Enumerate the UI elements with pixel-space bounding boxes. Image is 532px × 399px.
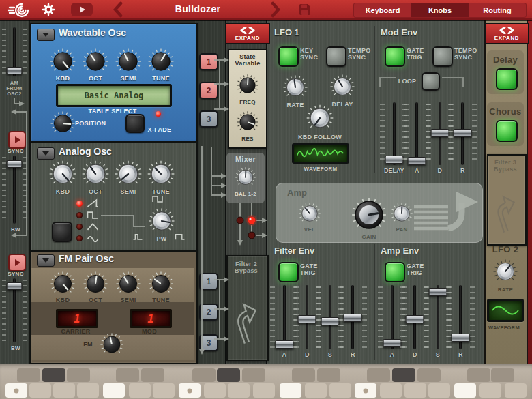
slider-delay[interactable] xyxy=(385,102,403,165)
overview-black-key[interactable] xyxy=(467,368,490,382)
slider-handle[interactable] xyxy=(275,340,293,349)
routing-button-2[interactable]: 2 xyxy=(199,82,218,99)
bal-knob[interactable] xyxy=(235,166,256,188)
player-button[interactable] xyxy=(71,3,93,16)
overview-black-key[interactable] xyxy=(292,368,315,382)
knob-oct[interactable] xyxy=(83,271,108,297)
slider-handle[interactable] xyxy=(383,339,401,347)
analog-collapse-button[interactable] xyxy=(37,147,55,160)
chorus-enable-button[interactable] xyxy=(496,120,518,142)
overview-white-key[interactable] xyxy=(129,383,151,398)
knob-kbd[interactable] xyxy=(49,48,76,75)
routing-button-3[interactable]: 3 xyxy=(199,334,218,351)
overview-white-key[interactable] xyxy=(228,383,250,398)
mod-env-tempo-sync-button[interactable] xyxy=(432,46,453,67)
delay-enable-button[interactable] xyxy=(496,68,518,90)
routing-button-2[interactable]: 2 xyxy=(199,304,218,321)
vel-knob[interactable] xyxy=(298,202,321,225)
res-knob[interactable] xyxy=(236,110,259,134)
knob-tune[interactable] xyxy=(147,160,175,188)
gain-knob[interactable] xyxy=(351,196,387,233)
overview-white-key[interactable] xyxy=(280,383,301,398)
slider-a[interactable] xyxy=(276,285,293,349)
knob-semi[interactable] xyxy=(115,48,142,75)
filter-env-gate-trig-button[interactable] xyxy=(278,262,299,282)
knob-semi[interactable] xyxy=(115,271,141,297)
wave-select-square[interactable] xyxy=(76,210,99,220)
overview-white-key[interactable] xyxy=(153,383,175,398)
filter3-bypass-panel[interactable]: Filter 3 Bypass xyxy=(487,154,527,246)
overview-white-key[interactable] xyxy=(428,383,450,398)
overview-black-key[interactable] xyxy=(392,368,415,382)
knob-oct[interactable] xyxy=(82,48,109,75)
knob-tune[interactable] xyxy=(147,48,175,75)
overview-black-key[interactable] xyxy=(417,368,441,382)
overview-white-key[interactable] xyxy=(454,383,476,398)
keyboard-overview[interactable] xyxy=(0,364,532,399)
overview-black-key[interactable] xyxy=(242,368,265,382)
slider-d[interactable] xyxy=(431,102,449,165)
tab-knobs[interactable]: Knobs xyxy=(411,3,469,17)
overview-white-key[interactable] xyxy=(355,383,376,398)
slider-handle[interactable] xyxy=(7,282,23,290)
fm-collapse-button[interactable] xyxy=(37,254,55,267)
mod-env-gate-trig-button[interactable] xyxy=(385,46,405,67)
slider-handle[interactable] xyxy=(406,315,424,323)
knob-kbd[interactable] xyxy=(50,271,76,297)
overview-white-key[interactable] xyxy=(53,383,75,398)
wave-select-button[interactable] xyxy=(52,222,72,242)
overview-white-key[interactable] xyxy=(253,383,275,398)
overview-white-key[interactable] xyxy=(204,383,226,398)
slider-bw-2[interactable] xyxy=(6,278,23,342)
slider-d[interactable] xyxy=(298,285,316,349)
fx-expand-button[interactable]: EXPAND xyxy=(484,23,529,44)
pw-knob[interactable] xyxy=(148,207,175,235)
slider-handle[interactable] xyxy=(408,157,426,165)
slider-handle[interactable] xyxy=(7,160,23,168)
tab-routing[interactable]: Routing xyxy=(469,3,526,17)
slider-handle[interactable] xyxy=(7,67,23,74)
pan-knob[interactable] xyxy=(390,202,413,225)
amp-env-gate-trig-button[interactable] xyxy=(385,262,405,282)
next-preset-button[interactable] xyxy=(271,1,282,18)
overview-white-key[interactable] xyxy=(103,383,125,398)
overview-black-key[interactable] xyxy=(367,368,390,382)
table-select-display[interactable]: Basic Analog xyxy=(56,84,172,107)
wave-select-sine[interactable] xyxy=(76,233,99,243)
filter2-bypass-panel[interactable]: Filter 2 Bypass xyxy=(226,255,269,361)
overview-black-key[interactable] xyxy=(217,368,240,382)
lfo1-tempo-sync-button[interactable] xyxy=(326,46,346,67)
slider-handle[interactable] xyxy=(385,156,403,164)
gear-icon[interactable] xyxy=(41,2,56,17)
slider-am-from-osc2[interactable] xyxy=(6,27,23,76)
overview-white-key[interactable] xyxy=(404,383,426,398)
lfo1-key-sync-button[interactable] xyxy=(278,46,299,67)
knob-oct[interactable] xyxy=(81,160,110,188)
filter-expand-button[interactable]: EXPAND xyxy=(225,23,270,44)
overview-white-key[interactable] xyxy=(505,383,527,398)
knob-semi[interactable] xyxy=(114,160,143,188)
overview-white-key[interactable] xyxy=(5,383,27,398)
lfo1-rate-knob[interactable] xyxy=(282,74,308,100)
overview-black-key[interactable] xyxy=(317,368,340,382)
overview-white-key[interactable] xyxy=(329,383,351,398)
position-knob[interactable] xyxy=(50,110,76,136)
overview-black-key[interactable] xyxy=(491,368,514,382)
wave-select-triangle[interactable] xyxy=(76,222,99,231)
slider-a[interactable] xyxy=(408,102,426,165)
slider-handle[interactable] xyxy=(344,314,362,322)
previous-preset-button[interactable] xyxy=(112,1,123,18)
sync-play-button-2[interactable] xyxy=(8,254,26,271)
wave-select-saw[interactable] xyxy=(76,198,99,208)
overview-black-key[interactable] xyxy=(17,368,40,382)
slider-r[interactable] xyxy=(454,102,471,165)
slider-handle[interactable] xyxy=(430,129,449,137)
overview-white-key[interactable] xyxy=(77,383,99,398)
slider-handle[interactable] xyxy=(428,288,447,296)
tab-keyboard[interactable]: Keyboard xyxy=(354,3,411,17)
slider-a[interactable] xyxy=(383,285,401,349)
loop-button[interactable] xyxy=(422,72,440,91)
overview-black-key[interactable] xyxy=(141,368,164,382)
slider-r[interactable] xyxy=(344,285,361,349)
lfo2-rate-knob[interactable] xyxy=(492,258,518,284)
